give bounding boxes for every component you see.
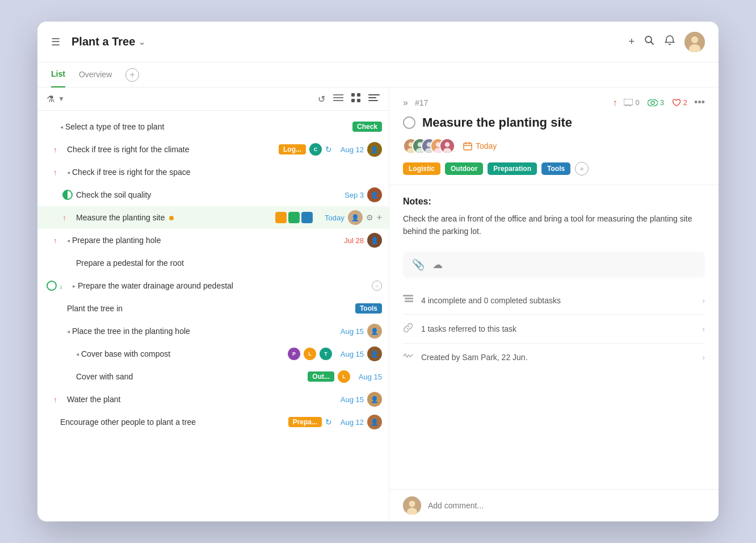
refresh-icon[interactable]: ↺ — [318, 94, 325, 105]
task-meta: Check — [352, 122, 382, 132]
detail-checkbox[interactable] — [403, 116, 415, 129]
add-tag-button[interactable]: + — [575, 162, 589, 176]
comment-avatar — [403, 496, 421, 515]
menu-icon[interactable]: ☰ — [51, 36, 60, 48]
project-name: Plant a Tree — [72, 35, 135, 48]
task-row-active[interactable]: ↑ Measure the planting site Today 👤 ⚙ — [37, 206, 389, 229]
created-text: Created by Sam Park, 22 Jun. — [421, 353, 702, 362]
project-chevron-icon: ⌄ — [138, 37, 145, 47]
comment-input[interactable] — [428, 501, 705, 510]
detail-assignees: Today — [403, 138, 705, 154]
detail-more-icon[interactable]: ••• — [694, 97, 705, 108]
status-circle — [62, 190, 73, 200]
task-empty-icon: ○ — [372, 281, 382, 291]
referred-text: 1 tasks referred to this task — [421, 324, 702, 333]
expand-icon: ◂ — [60, 124, 63, 130]
cloud-icon[interactable]: ☁ — [432, 258, 443, 271]
toolbar-left: ⚗ ▼ — [47, 94, 65, 105]
task-tag-p: P — [288, 348, 300, 360]
task-row[interactable]: Prepare a pedestal for the root — [37, 252, 389, 274]
task-name: Select a type of tree to plant — [65, 122, 352, 131]
sync-icon: ↻ — [325, 145, 332, 154]
chip — [288, 212, 300, 223]
subtasks-row[interactable]: 4 incomplete and 0 completed subtasks › — [403, 287, 705, 315]
detail-tag-preparation[interactable]: Preparation — [488, 162, 537, 175]
svg-rect-37 — [403, 295, 413, 296]
task-date: Aug 15 — [335, 395, 364, 404]
grid-view-icon[interactable] — [351, 93, 360, 105]
task-meta: Sep 3 👤 — [335, 187, 382, 202]
created-row[interactable]: Created by Sam Park, 22 Jun. › — [403, 344, 705, 371]
likes-meta: 2 — [672, 98, 687, 107]
search-icon[interactable] — [644, 35, 655, 49]
svg-point-32 — [443, 148, 451, 153]
task-row[interactable]: ◂ Place the tree in the planting hole Au… — [37, 320, 389, 342]
more-options-icon[interactable] — [368, 93, 380, 105]
svg-rect-12 — [368, 94, 380, 95]
task-row[interactable]: ↑ ◂ Prepare the planting hole Jul 28 👤 — [37, 229, 389, 252]
detail-nav-icon[interactable]: » — [403, 98, 408, 108]
referred-row[interactable]: 1 tasks referred to this task › — [403, 315, 705, 344]
svg-rect-8 — [351, 93, 355, 97]
list-view-icon[interactable] — [333, 94, 343, 104]
task-row[interactable]: ◂ Cover base with compost P L T Aug 15 👤 — [37, 342, 389, 365]
detail-meta-icons: 0 3 2 — [624, 98, 687, 107]
task-meta: Prepa... ↻ Aug 12 👤 — [288, 415, 382, 429]
task-meta: Jul 28 👤 — [335, 233, 382, 248]
task-tag: Log... — [279, 144, 306, 154]
expand-icon: ◂ — [67, 237, 70, 244]
task-tag-avatar: C — [309, 143, 322, 156]
detail-tag-outdoor[interactable]: Outdoor — [445, 162, 483, 175]
main-content: ⚗ ▼ ↺ — [37, 87, 719, 521]
svg-point-41 — [409, 501, 415, 507]
tab-overview[interactable]: Overview — [79, 62, 112, 87]
header: ☰ Plant a Tree ⌄ + — [37, 22, 719, 62]
task-row[interactable]: Check the soil quality Sep 3 👤 — [37, 183, 389, 206]
detail-tag-tools[interactable]: Tools — [541, 162, 570, 175]
task-date: Today — [316, 214, 345, 222]
add-icon[interactable]: + — [628, 36, 635, 48]
svg-point-17 — [651, 101, 654, 105]
filter-dropdown-icon[interactable]: ▼ — [58, 95, 65, 103]
project-title[interactable]: Plant a Tree ⌄ — [72, 35, 145, 48]
task-row[interactable]: Cover with sand Out... L Aug 15 — [37, 365, 389, 388]
task-meta: Aug 15 👤 — [335, 392, 382, 407]
task-tag: Out... — [308, 371, 334, 382]
chip — [301, 212, 313, 223]
svg-rect-38 — [405, 298, 413, 299]
task-row[interactable]: ◂ Select a type of tree to plant Check — [37, 115, 389, 138]
detail-top-row: » #17 ↑ 0 3 — [403, 97, 705, 108]
task-avatar: 👤 — [367, 415, 382, 429]
tab-list[interactable]: List — [51, 62, 65, 87]
task-row[interactable]: ↑ ◂ Check if tree is right for the space — [37, 161, 389, 183]
task-row[interactable]: Plant the tree in Tools — [37, 297, 389, 320]
task-add-icon[interactable]: + — [377, 212, 382, 223]
user-avatar[interactable] — [684, 32, 705, 52]
bell-icon[interactable] — [664, 35, 675, 49]
add-tab-button[interactable]: + — [125, 68, 139, 82]
svg-rect-33 — [464, 143, 472, 150]
task-settings-icon[interactable]: ⚙ — [366, 213, 373, 222]
svg-rect-9 — [357, 93, 360, 97]
task-row[interactable]: Encourage other people to plant a tree P… — [37, 411, 389, 433]
task-name: Measure the planting site — [76, 213, 275, 222]
task-name: Check the soil quality — [76, 190, 335, 199]
task-row[interactable]: ↑ Water the plant Aug 15 👤 — [37, 388, 389, 411]
task-date: Aug 15 — [335, 350, 364, 358]
task-name: Plant the tree in — [67, 304, 355, 313]
task-name: Prepare a pedestal for the root — [76, 258, 382, 268]
task-date: Sep 3 — [335, 191, 364, 199]
chip — [275, 212, 287, 223]
task-row[interactable]: ↑ Check if tree is right for the climate… — [37, 138, 389, 161]
svg-line-1 — [651, 42, 654, 45]
status-circle-green — [47, 281, 57, 291]
svg-point-3 — [691, 36, 698, 43]
detail-header: » #17 ↑ 0 3 — [389, 87, 719, 185]
priority-up-icon: ↑ — [53, 236, 64, 245]
detail-tag-logistic[interactable]: Logistic — [403, 162, 440, 175]
expand-icon: ◂ — [67, 169, 70, 176]
paperclip-icon[interactable]: 📎 — [412, 258, 425, 271]
attachment-bar: 📎 ☁ — [403, 252, 705, 278]
filter-icon[interactable]: ⚗ — [47, 94, 54, 105]
task-row[interactable]: ↓ ▸ Prepare the water drainage around pe… — [37, 274, 389, 297]
